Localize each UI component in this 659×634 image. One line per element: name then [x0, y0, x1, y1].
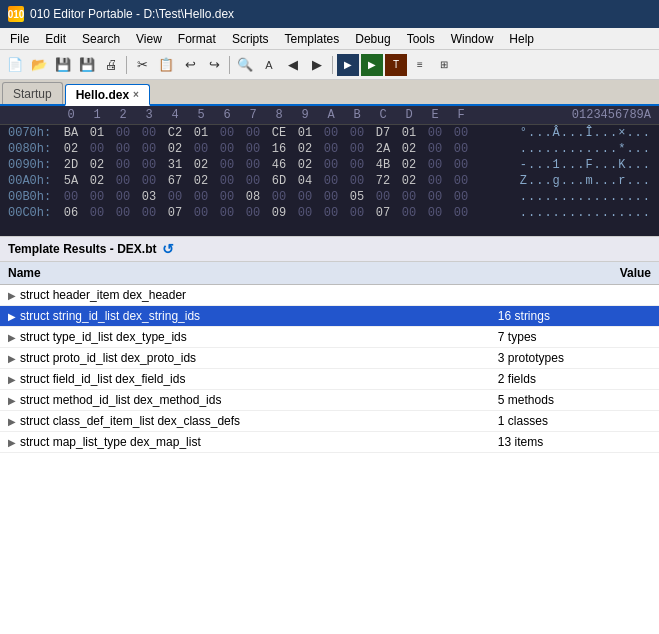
hex-byte[interactable]: 4B	[372, 158, 394, 172]
expand-arrow-icon[interactable]: ▶	[8, 416, 16, 427]
hex-byte[interactable]: 00	[346, 158, 368, 172]
hex-byte[interactable]: 00	[398, 190, 420, 204]
menu-item-scripts[interactable]: Scripts	[224, 30, 277, 48]
hex-byte[interactable]: 67	[164, 174, 186, 188]
hex-byte[interactable]: 09	[268, 206, 290, 220]
hex-row-2[interactable]: 0090h:2D02000031020000460200004B020000-.…	[0, 157, 659, 173]
hex-byte[interactable]: 00	[320, 126, 342, 140]
menu-item-search[interactable]: Search	[74, 30, 128, 48]
expand-arrow-icon[interactable]: ▶	[8, 290, 16, 301]
hex-byte[interactable]: 00	[242, 126, 264, 140]
prev-button[interactable]: ◀	[282, 54, 304, 76]
new-button[interactable]: 📄	[4, 54, 26, 76]
compare-button[interactable]: ≡	[409, 54, 431, 76]
hex-byte[interactable]: 00	[242, 206, 264, 220]
hex-byte[interactable]: 00	[424, 206, 446, 220]
hex-byte[interactable]: 00	[398, 206, 420, 220]
hex-byte[interactable]: 00	[138, 158, 160, 172]
hex-byte[interactable]: 00	[294, 206, 316, 220]
hex-byte[interactable]: 00	[320, 158, 342, 172]
hex-byte[interactable]: 02	[398, 158, 420, 172]
hex-byte[interactable]: 00	[242, 158, 264, 172]
hex-byte[interactable]: 00	[346, 142, 368, 156]
refresh-icon[interactable]: ↺	[162, 241, 174, 257]
find-button[interactable]: 🔍	[234, 54, 256, 76]
hex-byte[interactable]: 02	[190, 158, 212, 172]
hex-byte[interactable]: 02	[294, 158, 316, 172]
hex-byte[interactable]: 02	[86, 158, 108, 172]
find-all-button[interactable]: A	[258, 54, 280, 76]
hex-byte[interactable]: 01	[294, 126, 316, 140]
hex-row-4[interactable]: 00B0h:00000003000000080000000500000000..…	[0, 189, 659, 205]
hex-row-0[interactable]: 0070h:BA010000C2010000CE010000D7010000°.…	[0, 125, 659, 141]
expand-arrow-icon[interactable]: ▶	[8, 437, 16, 448]
hex-byte[interactable]: 00	[190, 190, 212, 204]
hex-byte[interactable]: 00	[346, 206, 368, 220]
hex-byte[interactable]: 00	[450, 206, 472, 220]
hex-byte[interactable]: 00	[424, 158, 446, 172]
hex-byte[interactable]: 00	[294, 190, 316, 204]
hex-byte[interactable]: 00	[346, 174, 368, 188]
hex-row-1[interactable]: 0080h:0200000002000000160200002A020000..…	[0, 141, 659, 157]
hex-byte[interactable]: 00	[320, 174, 342, 188]
menu-item-format[interactable]: Format	[170, 30, 224, 48]
hex-byte[interactable]: 46	[268, 158, 290, 172]
hex-byte[interactable]: 00	[216, 206, 238, 220]
table-row[interactable]: ▶struct map_list_type dex_map_list13 ite…	[0, 432, 659, 453]
hex-byte[interactable]: 2D	[60, 158, 82, 172]
expand-arrow-icon[interactable]: ▶	[8, 395, 16, 406]
hex-byte[interactable]: 01	[86, 126, 108, 140]
hex-byte[interactable]: 02	[398, 142, 420, 156]
menu-item-view[interactable]: View	[128, 30, 170, 48]
hex-byte[interactable]: 00	[60, 190, 82, 204]
hex-byte[interactable]: 07	[372, 206, 394, 220]
hex-editor[interactable]: 0 1 2 3 4 5 6 7 8 9 A B C D E F 01234567…	[0, 106, 659, 236]
hex-byte[interactable]: 00	[216, 158, 238, 172]
hex-byte[interactable]: 00	[450, 174, 472, 188]
menu-item-file[interactable]: File	[2, 30, 37, 48]
table-row[interactable]: ▶struct class_def_item_list dex_class_de…	[0, 411, 659, 432]
hex-byte[interactable]: CE	[268, 126, 290, 140]
hex-byte[interactable]: 00	[112, 174, 134, 188]
copy-button[interactable]: 📋	[155, 54, 177, 76]
hex-byte[interactable]: 00	[346, 126, 368, 140]
menu-item-templates[interactable]: Templates	[277, 30, 348, 48]
undo-button[interactable]: ↩	[179, 54, 201, 76]
expand-arrow-icon[interactable]: ▶	[8, 374, 16, 385]
table-row[interactable]: ▶struct method_id_list dex_method_ids5 m…	[0, 390, 659, 411]
hex-byte[interactable]: 04	[294, 174, 316, 188]
hex-byte[interactable]: D7	[372, 126, 394, 140]
hex-byte[interactable]: 31	[164, 158, 186, 172]
open-button[interactable]: 📂	[28, 54, 50, 76]
print-button[interactable]: 🖨	[100, 54, 122, 76]
hex-byte[interactable]: 00	[164, 190, 186, 204]
hex-byte[interactable]: 00	[138, 142, 160, 156]
hex-byte[interactable]: 00	[268, 190, 290, 204]
hex-byte[interactable]: 07	[164, 206, 186, 220]
hex-byte[interactable]: 00	[216, 174, 238, 188]
table-row[interactable]: ▶struct proto_id_list dex_proto_ids3 pro…	[0, 348, 659, 369]
run-script-button[interactable]: ▶	[361, 54, 383, 76]
hex-byte[interactable]: 16	[268, 142, 290, 156]
redo-button[interactable]: ↪	[203, 54, 225, 76]
menu-item-window[interactable]: Window	[443, 30, 502, 48]
table-row[interactable]: ▶struct type_id_list dex_type_ids7 types	[0, 327, 659, 348]
hex-byte[interactable]: 6D	[268, 174, 290, 188]
hex-byte[interactable]: 00	[216, 142, 238, 156]
table-row[interactable]: ▶struct field_id_list dex_field_ids2 fie…	[0, 369, 659, 390]
tab-close-icon[interactable]: ×	[133, 89, 139, 100]
hex-byte[interactable]: 00	[450, 190, 472, 204]
hex-byte[interactable]: 02	[164, 142, 186, 156]
hex-byte[interactable]: 00	[112, 126, 134, 140]
hex-byte[interactable]: 00	[112, 190, 134, 204]
hex-byte[interactable]: 00	[138, 174, 160, 188]
hex-byte[interactable]: 02	[398, 174, 420, 188]
hex-byte[interactable]: 00	[320, 206, 342, 220]
save-button[interactable]: 💾	[52, 54, 74, 76]
hex-byte[interactable]: 01	[190, 126, 212, 140]
hex-byte[interactable]: 5A	[60, 174, 82, 188]
hex-row-5[interactable]: 00C0h:06000000070000000900000007000000..…	[0, 205, 659, 221]
hex-byte[interactable]: 00	[86, 142, 108, 156]
hex-byte[interactable]: 00	[450, 126, 472, 140]
hex-byte[interactable]: 00	[424, 142, 446, 156]
